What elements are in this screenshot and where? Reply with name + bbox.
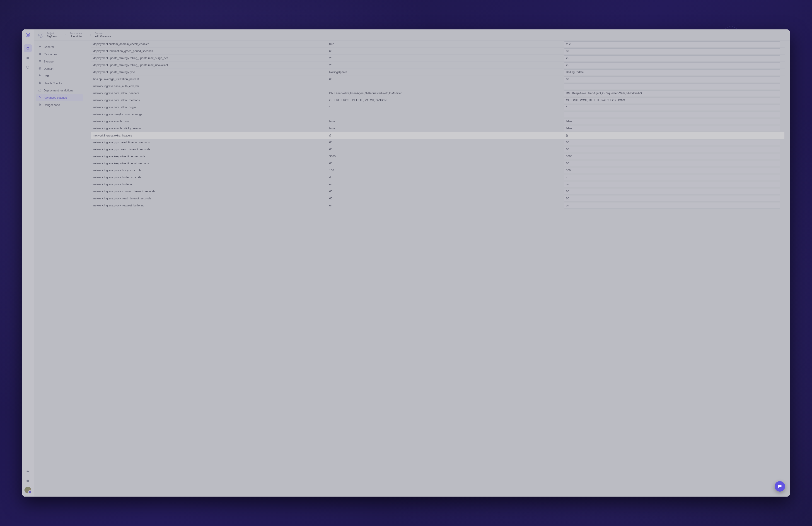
setting-value-input[interactable] <box>564 168 780 174</box>
setting-row: network.ingress.proxy_buffer_size_kb4 <box>91 174 785 181</box>
chevron-down-icon: ⌄ <box>58 35 60 38</box>
setting-value-input[interactable] <box>564 161 780 166</box>
breadcrumb-project[interactable]: Project BigBank⌄ <box>47 32 61 38</box>
nav-icon <box>38 81 42 85</box>
setting-key: network.ingress.cors_allow_origin <box>91 104 327 111</box>
setting-value-input[interactable] <box>564 196 780 201</box>
setting-value-input[interactable] <box>564 111 780 117</box>
setting-row: network.ingress.proxy_connect_timeout_se… <box>91 188 785 195</box>
setting-value-input[interactable] <box>564 125 780 131</box>
breadcrumb-service-value: API Gateway <box>95 35 111 38</box>
setting-default: {} <box>327 132 563 139</box>
setting-key: network.ingress.proxy_connect_timeout_se… <box>91 188 327 195</box>
setting-row: deployment.custom_domain_check_enabledtr… <box>91 41 785 48</box>
nav-label: Advanced settings <box>44 96 67 99</box>
setting-key: network.ingress.cors_allow_headers <box>91 90 327 97</box>
setting-row: network.ingress.proxy_read_timeout_secon… <box>91 195 785 202</box>
setting-row: network.ingress.keepalive_timeout_second… <box>91 160 785 167</box>
setting-value-input[interactable] <box>564 70 780 75</box>
app-logo <box>25 32 31 38</box>
intercom-button[interactable] <box>774 481 785 492</box>
svg-point-15 <box>39 97 40 97</box>
setting-default: 60 <box>327 195 563 202</box>
setting-key: network.ingress.keepalive_timeout_second… <box>91 160 327 167</box>
setting-key: network.ingress.keepalive_time_seconds <box>91 153 327 160</box>
setting-value-input[interactable] <box>564 62 780 68</box>
setting-row: deployment.termination_grace_period_seco… <box>91 48 785 55</box>
setting-key: network.ingress.proxy_buffer_size_kb <box>91 174 327 181</box>
chevron-down-icon: ⌄ <box>84 35 86 38</box>
setting-value-input[interactable] <box>564 119 780 124</box>
setting-key: deployment.update_strategy.rolling_updat… <box>91 62 327 69</box>
setting-key: network.ingress.enable_sticky_session <box>91 125 327 132</box>
svg-point-5 <box>28 480 28 481</box>
setting-key: network.ingress.proxy_request_buffering <box>91 202 327 209</box>
settings-table-wrap[interactable]: deployment.custom_domain_check_enabledtr… <box>85 41 790 497</box>
setting-row: network.ingress.proxy_bufferingon <box>91 181 785 188</box>
setting-value-input[interactable] <box>564 97 780 103</box>
setting-row: network.ingress.denylist_source_range <box>91 111 785 118</box>
setting-key: network.ingress.proxy_read_timeout_secon… <box>91 195 327 202</box>
rail-item-history[interactable] <box>24 63 32 71</box>
setting-value-input[interactable] <box>564 133 780 138</box>
svg-rect-6 <box>39 53 40 54</box>
svg-point-1 <box>27 34 29 36</box>
setting-value-input[interactable] <box>564 76 780 82</box>
breadcrumb-project-value: BigBank <box>47 35 57 38</box>
rail-item-info[interactable] <box>24 477 32 485</box>
nav-icon <box>38 103 42 107</box>
breadcrumb-env-value: blueprint-x <box>70 35 82 38</box>
setting-key: deployment.update_strategy.type <box>91 69 327 76</box>
setting-value-input[interactable] <box>564 48 780 54</box>
setting-value-input[interactable] <box>564 56 780 61</box>
nav-label: Deployment restrictions <box>44 89 73 92</box>
setting-value-input[interactable] <box>564 91 780 96</box>
nav-icon <box>38 45 42 49</box>
nav-item-port[interactable]: Port <box>36 72 83 79</box>
nav-item-general[interactable]: General <box>36 43 83 50</box>
setting-row: network.ingress.cors_allow_origin* <box>91 104 785 111</box>
setting-default: 3600 <box>327 153 563 160</box>
nav-item-resources[interactable]: Resources <box>36 51 83 58</box>
rail-item-settings[interactable] <box>24 468 32 475</box>
separator: / <box>90 33 91 37</box>
nav-item-domain[interactable]: Domain <box>36 65 83 72</box>
nav-icon <box>38 74 42 78</box>
setting-default: * <box>327 104 563 111</box>
setting-value-input[interactable] <box>564 203 780 208</box>
setting-row: deployment.update_strategy.typeRollingUp… <box>91 69 785 76</box>
rail-item-cloud[interactable] <box>24 54 32 62</box>
setting-value-input[interactable] <box>564 105 780 110</box>
setting-value-input[interactable] <box>564 175 780 180</box>
setting-row: hpa.cpu.average_utilization_percent60 <box>91 76 785 83</box>
setting-key: network.ingress.cors_allow_methods <box>91 97 327 104</box>
user-avatar[interactable] <box>25 486 31 493</box>
breadcrumb-service-label: Service <box>95 32 114 35</box>
settings-nav: GeneralResourcesStorageDomainPortHealth … <box>34 41 85 497</box>
nav-item-storage[interactable]: Storage <box>36 58 83 65</box>
setting-value-input[interactable] <box>564 84 780 89</box>
breadcrumb-project-label: Project <box>47 32 61 35</box>
setting-value-input[interactable] <box>564 140 780 145</box>
setting-value-input[interactable] <box>564 189 780 194</box>
setting-default: on <box>327 181 563 188</box>
setting-value-input[interactable] <box>564 182 780 187</box>
setting-default: 25 <box>327 62 563 69</box>
breadcrumb-environment[interactable]: Environment blueprint-x⌄ <box>70 32 86 38</box>
nav-item-advanced-settings[interactable]: Advanced settings <box>36 94 83 101</box>
setting-default: 4 <box>327 174 563 181</box>
setting-row: network.ingress.cors_allow_methodsGET, P… <box>91 97 785 104</box>
setting-value-input[interactable] <box>564 42 780 47</box>
nav-item-deployment-restrictions[interactable]: Deployment restrictions <box>36 87 83 94</box>
left-rail <box>22 29 34 497</box>
setting-value-input[interactable] <box>564 147 780 152</box>
nav-item-danger-zone[interactable]: Danger zone <box>36 101 83 108</box>
setting-default: 60 <box>327 188 563 195</box>
setting-value-input[interactable] <box>564 154 780 159</box>
svg-rect-12 <box>39 62 41 62</box>
setting-default: false <box>327 118 563 125</box>
nav-item-health-checks[interactable]: Health Checks <box>36 80 83 87</box>
rail-item-layers[interactable] <box>24 44 32 52</box>
breadcrumb-service[interactable]: Service API Gateway⌄ <box>95 32 114 38</box>
nav-label: Health Checks <box>44 82 62 85</box>
